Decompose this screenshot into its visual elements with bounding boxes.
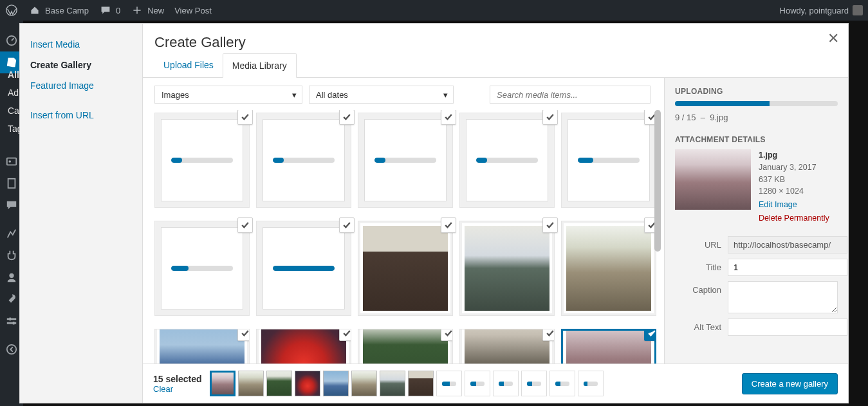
new-content-link[interactable]: New [131, 4, 164, 17]
wordpress-icon [5, 4, 18, 17]
view-post-label: View Post [174, 6, 212, 15]
comments-count: 0 [116, 6, 120, 15]
wp-logo[interactable] [5, 4, 18, 17]
view-post-link[interactable]: View Post [174, 6, 212, 15]
comments-link[interactable]: 0 [99, 4, 120, 17]
home-icon [28, 4, 41, 17]
site-name-text: Base Camp [45, 6, 89, 15]
avatar-icon [853, 5, 863, 15]
comment-icon [99, 4, 112, 17]
plus-icon [131, 4, 143, 17]
wp-admin-bar: Base Camp 0 New View Post Howdy, pointgu… [0, 0, 868, 21]
site-name-link[interactable]: Base Camp [28, 4, 89, 17]
new-label: New [147, 6, 164, 15]
howdy-account[interactable]: Howdy, pointguard [780, 5, 863, 15]
howdy-text: Howdy, pointguard [780, 6, 849, 15]
